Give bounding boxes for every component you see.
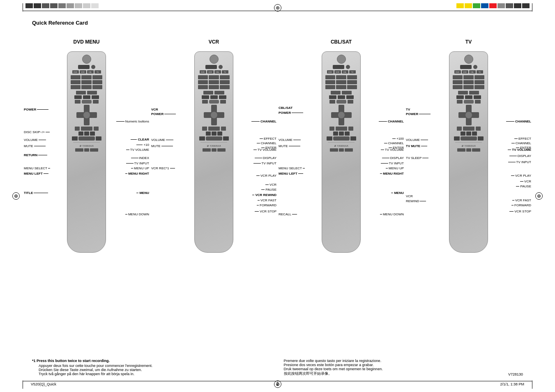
vcr-section: VCR DVD VCR CBL TV [151,39,276,281]
dvd-label-menu: MENU [136,191,149,195]
top-border-left [23,3,23,12]
footnote-right-line-1: Presione dos veces este botón para empez… [284,363,523,367]
bar-gray [497,3,505,8]
dvd-label-menu-select: MENU SELECT [24,166,50,170]
vcr-label-vcr-stop: VCR STOP [255,210,276,213]
crosshair-top-icon: ⊕ [274,4,281,12]
cbl-label-menu-left: MENU LEFT [279,172,303,175]
footnote-area: *1 Press this button twice to start reco… [32,359,523,376]
cbl-label-100: +100 [392,137,404,141]
vcr-remote-body: DVD VCR CBL TV [194,51,233,253]
dvd-label-tv-volume: TV VOLUME [126,148,149,152]
bar-block-5 [58,3,66,8]
dvd-label-return: RETURN [24,153,47,157]
vcr-label-fast-fwd: VCR FAST [258,198,276,202]
footnote-left: *1 Press this button twice to start reco… [32,359,272,376]
cbl-remote-body: DVD VCR CBL TV [322,51,361,253]
tv-label-vcr-pause2: PAUSE [516,184,531,188]
page-number: 2 [276,382,279,386]
cbl-label-cbl-channel: CHANNEL [384,141,404,145]
bar-block-3 [42,3,49,8]
tv-label-vcr-rewind2: REWIND [406,199,426,203]
tv-label-sleep: TV SLEEP [406,156,428,160]
dvd-label-title: TITLE [24,191,48,195]
footnote-star: *1 Press this button twice to start reco… [32,359,272,363]
bar-dark3 [522,3,530,8]
tv-label-channel-enter: CHANNEL [511,141,531,145]
bar-blue [481,3,488,8]
tv-label-power: TV [406,108,410,111]
dvd-label-index: INDEX [131,156,149,160]
dvd-label-tv-input: TV INPUT [126,161,149,165]
tv-label-vcr-stop: VCR STOP [509,210,531,213]
bar-block-6 [67,3,74,8]
top-bar-right [456,3,530,8]
tv-label-mute: TV MUTE [406,144,427,148]
dvd-remote-body: DVD VCR CBL TV [67,51,106,253]
dvd-label-mute: MUTE [24,144,46,148]
dvd-label-disc-skip: DISC SKIP−/+ [24,130,50,134]
page-file-id: V520(Q)_Quick [31,382,56,386]
vcr-label-tv-volume: TV VOLUME [253,148,276,152]
crosshair-right-icon: ⊕ [535,192,543,200]
dvd-label-plus10: +10 [136,143,149,147]
tv-label-vcr-rewind: VCR [406,194,413,198]
dvd-label-numeric: Numeric buttons [116,120,149,123]
cbl-label-menu-down: MENU DOWN [380,212,404,216]
tv-label-tv-volume: TV VOLUME [508,148,531,152]
bar-dark1 [506,3,513,8]
bar-dark2 [514,3,521,8]
tv-label-power2: POWER [406,112,431,116]
tv-label-fast-fwd2: FORWARD [511,203,531,207]
bottom-border-line [23,381,532,381]
vcr-label-channel-enter: CHANNEL [257,141,276,145]
footnote-line-1: Appuyer deux fois sur cette touche pour … [39,364,272,368]
tv-label-vcr-play: VCR PLAY [511,174,531,178]
footnote-right: Premere due volte questo tasto per inizi… [284,359,523,376]
bar-red [489,3,497,8]
bottom-border-left [23,380,23,389]
tv-label-vcr-pause: VCR [520,180,531,183]
product-code: V728130 [508,372,523,376]
page-date: 2/1/1, 1:38 PM [500,382,524,386]
page-title: Quick Reference Card [32,20,88,26]
cbl-header: CBL/SAT [279,39,404,45]
footnote-right-line-0: Premere due volte questo tasto per inizi… [284,359,523,363]
tv-label-effect: EFFECT [514,137,531,141]
tv-section: TV DVD VCR CBL TV [406,39,531,281]
footnote-line-3: Tryck två gånger på den här knappen för … [39,372,272,376]
tv-remote-body: DVD VCR CBL TV [449,51,488,253]
dvd-section: DVD MENU DVD VCR CBL TV [24,39,149,281]
cbl-label-menu-right: MENU RIGHT [380,172,404,175]
dvd-label-menu-left: MENU LEFT [24,172,48,175]
bar-yellow2 [465,3,472,8]
tv-label-channel: CHANNEL [506,120,531,123]
dvd-label-menu-down: MENU DOWN [125,212,149,216]
bar-yellow [456,3,464,8]
cbl-section: CBL/SAT DVD VCR CBL TV [279,39,404,281]
dvd-label-volume: VOLUME [24,138,46,142]
bar-block-4 [50,3,58,8]
dvd-label-clear: CLEAR [131,138,149,141]
bar-block-1 [25,3,33,8]
cbl-label-menu-up: MENU UP [386,166,404,170]
dvd-header: DVD MENU [24,39,149,45]
vcr-label-power2: POWER [151,112,176,116]
bottom-border-right [532,380,532,389]
vcr-label-mute: MUTE [151,144,173,148]
top-border-right [532,3,532,12]
cbl-label-channel: CHANNEL [379,120,404,123]
cbl-label-volume: VOLUME [279,138,301,142]
vcr-label-vcr-pause2: PAUSE [261,188,276,191]
vcr-label-fast-fwd2: FORWARD [257,203,276,207]
cbl-label-power: CBL/SAT [279,106,292,110]
bar-green [473,3,480,8]
tv-label-volume: VOLUME [406,138,428,142]
cbl-label-menu: MENU [391,191,404,195]
crosshair-left-icon: ⊕ [12,192,20,200]
vcr-label-vcr-rec: VCR REC*1 [151,166,175,170]
footnote-line-2: Drücken Sie diese Taste zweimal, um die … [39,368,272,372]
vcr-label-vcr-play: VCR PLAY [256,174,276,178]
tv-label-tv-input: TV INPUT [508,160,531,164]
tv-header: TV [406,39,531,45]
